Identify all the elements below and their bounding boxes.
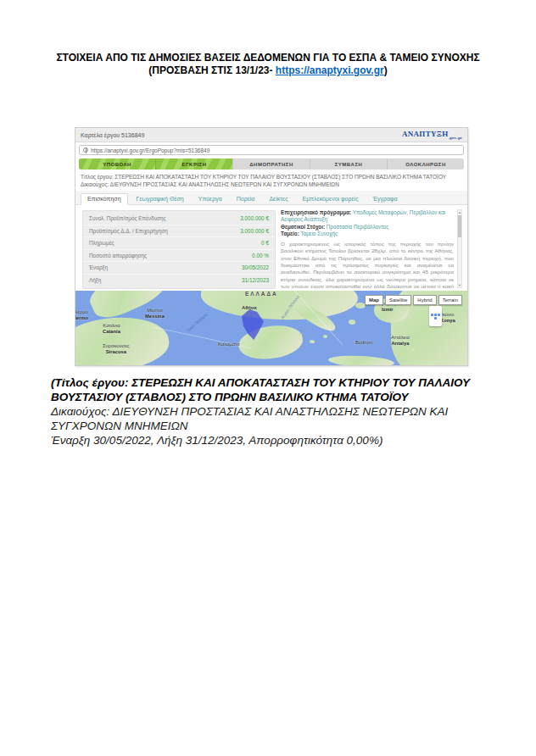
stage-dimopratisi: ΔΗΜΟΠΡΑΤΗΣΗ (232, 158, 310, 170)
land-island-cyclades-1 (298, 333, 302, 336)
table-row: Έναρξη 30/05/2022 (83, 262, 275, 275)
map-button-map[interactable]: Map (365, 295, 383, 305)
stage-oloklirosi: ΟΛΟΚΛΗΡΩΣΗ (387, 158, 464, 170)
water-label-ionio: Ιόνιο Πέλαγος (186, 311, 209, 332)
table-row: Πληρωμές 0 € (83, 237, 275, 250)
stage-egkrisi: ΕΓΚΡΙΣΗ (155, 158, 232, 170)
land-island-rhodes (406, 347, 415, 352)
program-line: Επιχειρησιακό πρόγραμμα: Υποδομές Μεταφο… (281, 209, 454, 224)
map-label-siracusa: ΣυρακούσεςSiracusa (103, 343, 130, 354)
table-row: Συνολ. Προϋπ/σμός Επένδυσης 3.000.000 € (83, 213, 275, 225)
project-description: Ο χαρακτηρισμένος ως ιστορικός τόπος της… (281, 241, 454, 288)
stage-symvasi: ΣΥΜΒΑΣΗ (310, 158, 387, 170)
tab-ypoerga[interactable]: Υπόεργα (193, 194, 228, 204)
caption-beneficiary-line: Δικαιούχος: ΔΙΕΥΘΥΝΣΗ ΠΡΟΣΤΑΣΙΑΣ ΚΑΙ ΑΝΑ… (51, 404, 487, 433)
map-label-messina: ΜεσίναMessina (145, 308, 165, 319)
land-island-cyclades-3 (323, 335, 327, 338)
tab-deiktes[interactable]: Δείκτες (263, 194, 293, 204)
land-island-chios (349, 320, 355, 325)
document-page: ΣΤΟΙΧΕΙΑ ΑΠΟ ΤΙΣ ΔΗΜΟΣΙΕΣ ΒΑΣΕΙΣ ΔΕΔΟΜΕΝ… (0, 0, 536, 756)
map-label-kalamata: Καλαμάτα (218, 342, 240, 347)
url-bar[interactable]: https://anaptyxi.gov.gr/ErgoPopup?mis=51… (79, 145, 464, 155)
globe-icon (83, 147, 88, 153)
tab-bar: Επισκόπηση Γεωγραφική Θέση Υπόεργα Πορεί… (75, 191, 467, 205)
map-label-palermo: αλέρμοalermo (75, 309, 88, 320)
url-text: https://anaptyxi.gov.gr/ErgoPopup?mis=51… (91, 147, 209, 153)
scrollbar-thumb[interactable] (458, 215, 461, 237)
map-label-antalya: ΑττάλειαAntalya (391, 335, 410, 346)
tab-eggrafa[interactable]: Έγγραφα (367, 194, 404, 204)
tab-episkopisi[interactable]: Επισκόπηση (81, 193, 128, 205)
land-greece-north (200, 291, 360, 324)
url-row: https://anaptyxi.gov.gr/ErgoPopup?mis=51… (75, 142, 467, 157)
tab-geografiki-thesi[interactable]: Γεωγραφική Θέση (131, 194, 190, 204)
anaptyxi-link[interactable]: https://anaptyxi.gov.gr (276, 64, 384, 76)
map-button-satellite[interactable]: Satellite (385, 295, 411, 305)
map-label-athens: Αθήνα (242, 305, 257, 311)
table-row: Λήξη 31/12/2023 (83, 275, 275, 287)
land-island-cyclades-2 (310, 340, 315, 343)
caption-dates-line: Έναρξη 30/05/2022, Λήξη 31/12/2023, Απορ… (51, 433, 487, 447)
map-button-terrain[interactable]: Terrain (438, 295, 462, 305)
tab-emplekomenoi-foreis[interactable]: Εμπλεκόμενοι φορείς (297, 194, 365, 204)
heading-text: ΣΤΟΙΧΕΙΑ ΑΠΟ ΤΙΣ ΔΗΜΟΣΙΕΣ ΒΑΣΕΙΣ ΔΕΔΟΜΕΝ… (56, 52, 479, 64)
access-suffix: ) (384, 64, 388, 76)
window-titlebar: Καρτέλα έργου 5136849 ΑΝΑΠΤΥΞΗ.gov.gr (75, 128, 467, 142)
caption-title-line: (Τίτλος έργου: ΣΤΕΡΕΩΣΗ ΚΑΙ ΑΠΟΚΑΤΑΣΤΑΣΗ… (51, 375, 487, 404)
embedded-browser-screenshot: Καρτέλα έργου 5136849 ΑΝΑΠΤΥΞΗ.gov.gr ht… (75, 127, 468, 366)
map-control-box[interactable] (429, 306, 442, 326)
land-crete (328, 354, 395, 365)
description-scrollbar[interactable]: ▲ ▼ (457, 209, 462, 288)
map-canvas[interactable]: ΕΛΛΑΔΑ ΣμύρνηIzmir ΙκόνιοKonya ΑττάλειαA… (75, 291, 467, 365)
fund-line: Ταμείο: Ταμείο Συνοχής (281, 231, 454, 237)
scroll-down-icon[interactable]: ▼ (458, 283, 461, 287)
project-title-line: Τίτλος έργου: ΣΤΕΡΕΩΣΗ ΚΑΙ ΑΠΟΚΑΤΑΣΤΑΣΗ … (81, 174, 462, 181)
thematic-line: Θεματικοί Στόχοι: Προστασία Περιβάλλοντο… (281, 224, 454, 231)
map-label-greece: ΕΛΛΑΔΑ (245, 292, 278, 297)
stage-ypovoli: ΥΠΟΒΟΛΗ (79, 158, 155, 170)
table-row: Προϋπ/σμός Δ.Δ. / Επιχορήγηση 3.000.000 … (83, 225, 275, 238)
overview-content: Συνολ. Προϋπ/σμός Επένδυσης 3.000.000 € … (75, 205, 467, 291)
scroll-up-icon[interactable]: ▲ (458, 210, 461, 214)
window-title: Καρτέλα έργου 5136849 (81, 132, 144, 138)
project-header: Τίτλος έργου: ΣΤΕΡΕΩΣΗ ΚΑΙ ΑΠΟΚΑΤΑΣΤΑΣΗ … (75, 172, 467, 191)
budget-info-table: Συνολ. Προϋπ/σμός Επένδυσης 3.000.000 € … (82, 210, 276, 289)
tab-poreia[interactable]: Πορεία (231, 194, 261, 204)
map-label-konya: ΙκόνιοKonya (440, 312, 455, 323)
access-prefix: (ΠΡΟΣΒΑΣΗ ΣΤΙΣ 13/1/23- (148, 64, 276, 76)
table-row: Ποσοστό απορρόφησης 0.00 % (83, 250, 275, 263)
program-details-panel: Επιχειρησιακό πρόγραμμα: Υποδομές Μεταφο… (281, 209, 454, 288)
figure-caption: (Τίτλος έργου: ΣΤΕΡΕΩΣΗ ΚΑΙ ΑΠΟΚΑΤΑΣΤΑΣΗ… (51, 375, 487, 447)
map-label-bodrum: Bodrum (355, 340, 372, 346)
map-button-hybrid[interactable]: Hybrid (413, 295, 436, 305)
map-type-buttons: Map Satellite Hybrid Terrain (365, 295, 462, 305)
beneficiary-line: Δικαιούχος: ΔΙΕΥΘΥΝΣΗ ΠΡΟΣΤΑΣΙΑΣ ΚΑΙ ΑΝΑ… (81, 181, 462, 189)
progress-stage-bar: ΥΠΟΒΟΛΗ ΕΓΚΡΙΣΗ ΔΗΜΟΠΡΑΤΗΣΗ ΣΥΜΒΑΣΗ ΟΛΟΚ… (79, 158, 464, 170)
anaptyxi-logo: ΑΝΑΠΤΥΞΗ.gov.gr (402, 130, 462, 140)
document-heading: ΣΤΟΙΧΕΙΑ ΑΠΟ ΤΙΣ ΔΗΜΟΣΙΕΣ ΒΑΣΕΙΣ ΔΕΔΟΜΕΝ… (51, 52, 485, 77)
map-label-catania: ΚατάνιαCatania (103, 323, 120, 334)
